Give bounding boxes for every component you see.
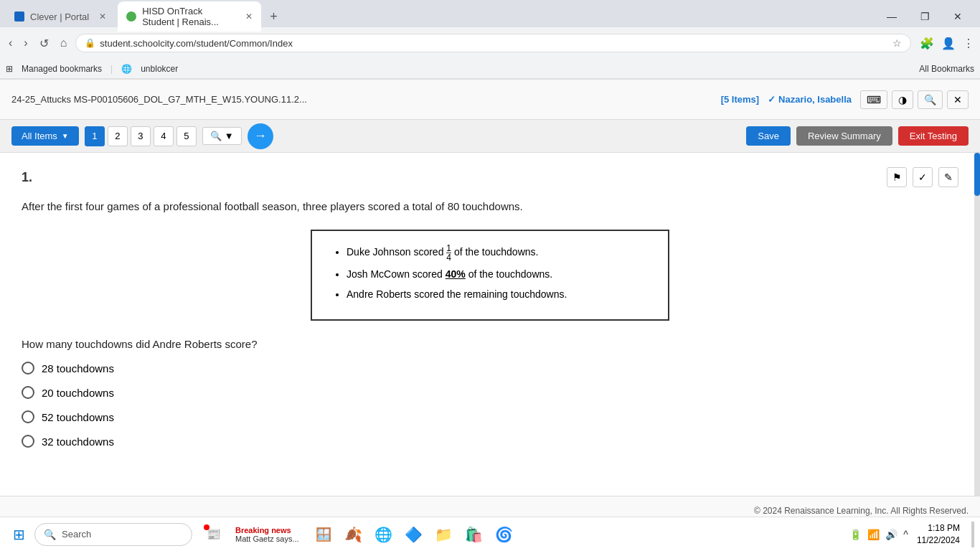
info-item-3: Andre Roberts scored the remaining touch…: [347, 286, 651, 302]
edge-taskbar-icon[interactable]: 🔷: [401, 522, 427, 525]
taskbar: ⊞ 🔍 Search 📰 Breaking news Matt Gaetz sa…: [0, 517, 980, 524]
windows-taskbar-icon[interactable]: 🪟: [311, 522, 336, 525]
new-tab-button[interactable]: +: [264, 8, 283, 26]
hisd-favicon: [126, 11, 136, 22]
tool-pointer-button[interactable]: ✕: [947, 90, 969, 109]
page-2-button[interactable]: 2: [108, 126, 128, 146]
tool-contrast-button[interactable]: ◑: [892, 90, 913, 109]
profile-icon[interactable]: 👤: [941, 37, 956, 50]
emoji-taskbar-icon[interactable]: 🍂: [341, 522, 367, 525]
separator: |: [110, 64, 113, 74]
choice-d-label: 32 touchdowns: [42, 435, 114, 448]
page-1-button[interactable]: 1: [85, 126, 105, 146]
extensions-icon[interactable]: 🧩: [920, 37, 934, 50]
scroll-thumb: [974, 153, 980, 196]
search-dropdown-button[interactable]: 🔍 ▼: [202, 127, 242, 145]
copyright-text: © 2024 Renaissance Learning, Inc. All Ri…: [754, 506, 969, 516]
player-3-text: Andre Roberts scored the remaining touch…: [347, 288, 567, 300]
sub-question-text: How many touchdowns did Andre Roberts sc…: [22, 338, 958, 350]
refresh-button[interactable]: ↺: [37, 34, 52, 53]
radio-c[interactable]: [22, 410, 34, 423]
exit-testing-button[interactable]: Exit Testing: [898, 126, 969, 146]
back-button[interactable]: ‹: [6, 34, 15, 52]
chrome-taskbar-icon[interactable]: 🌀: [491, 522, 517, 525]
choice-b[interactable]: 20 touchdowns: [22, 386, 958, 399]
bookmark-managed[interactable]: Managed bookmarks: [22, 64, 102, 74]
choice-b-label: 20 touchdowns: [42, 387, 114, 399]
question-text: After the first four games of a professi…: [22, 199, 958, 215]
forward-button[interactable]: ›: [21, 34, 30, 52]
start-button[interactable]: ⊞: [6, 522, 32, 525]
all-items-button[interactable]: All Items ▼: [11, 126, 79, 146]
user-name: ✓ Nazario, Isabella: [768, 94, 852, 105]
items-badge: [5 Items]: [721, 94, 759, 105]
radio-b[interactable]: [22, 386, 34, 399]
taskbar-right: 🔋 📶 🔊 ^ 1:18 PM 11/22/2024: [849, 522, 974, 525]
info-item-2: Josh McCown scored 40% of the touchdowns…: [347, 266, 651, 282]
menu-icon[interactable]: ⋮: [963, 37, 974, 50]
percentage-bold: 40%: [446, 268, 466, 280]
next-question-button[interactable]: →: [248, 123, 273, 149]
system-time[interactable]: 1:18 PM 11/22/2024: [917, 522, 960, 524]
radio-a[interactable]: [22, 362, 34, 375]
info-item-1: Duke Johnson scored 1 4 of the touchdown…: [347, 244, 651, 262]
verified-icon: ✓: [768, 94, 776, 105]
all-bookmarks-link[interactable]: All Bookmarks: [919, 64, 974, 74]
player-1-rest: of the touchdowns.: [454, 246, 539, 258]
clever-favicon: [14, 11, 24, 22]
save-button[interactable]: Save: [746, 126, 791, 146]
tab-clever[interactable]: Clever | Portal ✕: [6, 7, 115, 27]
page-numbers: 1 2 3 4 5: [85, 126, 197, 146]
player-2-rest: of the touchdowns.: [468, 268, 553, 280]
choice-a[interactable]: 28 touchdowns: [22, 362, 958, 375]
tab-hisd-close[interactable]: ✕: [245, 11, 253, 22]
edit-button[interactable]: ✎: [938, 167, 958, 187]
search-icon: 🔍: [210, 131, 222, 141]
bookmark-unblokcer[interactable]: unblokcer: [141, 64, 178, 74]
task-view-button[interactable]: 📰: [201, 522, 227, 525]
store-taskbar-icon[interactable]: 🛍️: [461, 522, 487, 525]
app-header: 24-25_Attucks MS-P00105606_DOL_G7_MTH_E_…: [0, 80, 980, 120]
action-buttons: Save Review Summary Exit Testing: [746, 126, 969, 146]
page-4-button[interactable]: 4: [154, 126, 174, 146]
header-tools: ⌨ ◑ 🔍 ✕: [860, 90, 969, 109]
tab-clever-close[interactable]: ✕: [99, 11, 106, 22]
flag-button[interactable]: ⚑: [887, 167, 907, 187]
taskbar-search-bar[interactable]: 🔍 Search: [34, 523, 192, 525]
main-content: 1. ⚑ ✓ ✎ After the first four games of a…: [0, 153, 980, 496]
tab-clever-label: Clever | Portal: [30, 11, 89, 22]
address-bar[interactable]: 🔒 student.schoolcity.com/student/Common/…: [75, 34, 911, 52]
minimize-button[interactable]: —: [875, 3, 908, 30]
page-3-button[interactable]: 3: [131, 126, 151, 146]
radio-d[interactable]: [22, 435, 34, 448]
close-button[interactable]: ✕: [941, 3, 974, 30]
folder-taskbar-icon[interactable]: 📁: [431, 522, 457, 525]
tool-keyboard-button[interactable]: ⌨: [860, 90, 887, 109]
address-url: student.schoolcity.com/student/Common/In…: [100, 38, 888, 49]
player-2-name: Josh McCown scored: [347, 268, 446, 280]
tool-zoom-button[interactable]: 🔍: [918, 90, 943, 109]
choice-c[interactable]: 52 touchdowns: [22, 410, 958, 423]
review-summary-button[interactable]: Review Summary: [796, 126, 892, 146]
fraction-denominator: 4: [446, 253, 451, 262]
maximize-button[interactable]: ❐: [908, 3, 941, 30]
choice-d[interactable]: 32 touchdowns: [22, 435, 958, 448]
search-dropdown-arrow: ▼: [225, 131, 234, 141]
question-tools: ⚑ ✓ ✎: [887, 167, 958, 187]
info-box: Duke Johnson scored 1 4 of the touchdown…: [311, 230, 669, 321]
toolbar: All Items ▼ 1 2 3 4 5 🔍 ▼ → Save Review …: [0, 120, 980, 153]
tab-hisd[interactable]: HISD OnTrack Student | Renais... ✕: [118, 1, 261, 32]
question-number-label: 1.: [22, 170, 32, 185]
dropdown-arrow-icon: ▼: [62, 132, 69, 140]
show-desktop-button[interactable]: [971, 522, 974, 525]
taskbar-app-icons: 📰 Breaking news Matt Gaetz says...: [201, 522, 299, 525]
clock-time: 1:18 PM: [917, 522, 960, 524]
globe-taskbar-icon[interactable]: 🌐: [371, 522, 397, 525]
question-header: 1. ⚑ ✓ ✎: [22, 167, 958, 187]
bookmark-star-icon[interactable]: ☆: [892, 37, 902, 49]
home-button[interactable]: ⌂: [57, 34, 70, 52]
page-5-button[interactable]: 5: [176, 126, 197, 146]
check-button[interactable]: ✓: [913, 167, 933, 187]
test-title: 24-25_Attucks MS-P00105606_DOL_G7_MTH_E_…: [11, 94, 712, 105]
scrollbar[interactable]: [974, 153, 980, 496]
